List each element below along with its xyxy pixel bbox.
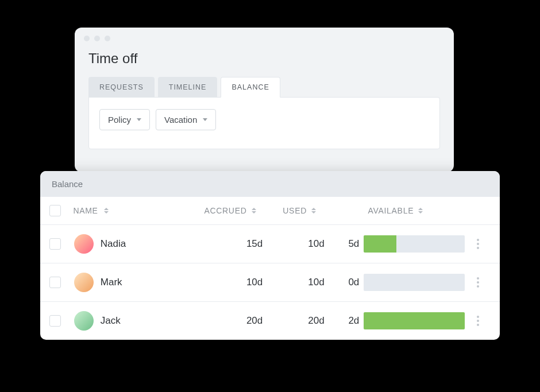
row-checkbox[interactable] <box>49 315 61 327</box>
row-used: 10d <box>308 238 324 250</box>
row-actions-menu[interactable] <box>473 312 483 329</box>
row-actions-menu[interactable] <box>473 274 483 291</box>
policy-dropdown-label: Policy <box>108 115 131 125</box>
row-accrued: 20d <box>246 315 263 327</box>
policy-value-dropdown[interactable]: Vacation <box>156 109 216 130</box>
tab-requests[interactable]: REQUESTS <box>88 77 155 98</box>
row-used: 20d <box>308 315 324 327</box>
caret-down-icon <box>203 118 207 121</box>
row-actions-menu[interactable] <box>473 235 483 253</box>
row-accrued: 15d <box>246 238 263 250</box>
tab-balance[interactable]: BALANCE <box>221 77 280 98</box>
table-row: Nadia 15d 10d 5d <box>40 225 500 263</box>
sort-icon[interactable] <box>418 208 423 214</box>
sort-icon[interactable] <box>252 208 256 214</box>
row-checkbox[interactable] <box>49 277 61 288</box>
window-dot <box>105 36 110 41</box>
available-bar <box>364 274 465 291</box>
row-available: 2d <box>348 315 359 327</box>
row-name: Jack <box>101 315 121 327</box>
row-available: 0d <box>348 277 359 288</box>
column-accrued-label: ACCRUED <box>204 206 246 215</box>
balance-card: Balance NAME ACCRUED USED AVAILABLE Nadi… <box>40 171 500 340</box>
available-bar <box>364 312 465 329</box>
sort-icon[interactable] <box>311 208 316 214</box>
tab-timeline[interactable]: TIMELINE <box>158 77 218 98</box>
window-dot <box>84 36 90 41</box>
app-window: Time off REQUESTS TIMELINE BALANCE Polic… <box>75 28 454 172</box>
caret-down-icon <box>137 118 141 121</box>
available-bar-fill <box>364 312 465 329</box>
tab-bar: REQUESTS TIMELINE BALANCE <box>75 77 454 98</box>
sort-icon[interactable] <box>104 208 109 214</box>
policy-value-label: Vacation <box>164 115 197 125</box>
row-checkbox[interactable] <box>49 238 61 250</box>
filter-panel: Policy Vacation <box>88 97 440 149</box>
select-all-checkbox[interactable] <box>49 205 61 216</box>
column-name-label: NAME <box>73 206 98 215</box>
page-title: Time off <box>75 47 454 77</box>
table-row: Mark 10d 10d 0d <box>40 263 500 302</box>
row-used: 10d <box>308 277 324 288</box>
window-dot <box>94 36 100 41</box>
available-bar <box>364 235 465 253</box>
card-title: Balance <box>40 171 500 197</box>
column-available-label: AVAILABLE <box>368 206 414 215</box>
row-accrued: 10d <box>246 277 263 288</box>
table-header-row: NAME ACCRUED USED AVAILABLE <box>40 197 500 225</box>
table-row: Jack 20d 20d 2d <box>40 302 500 340</box>
policy-dropdown[interactable]: Policy <box>99 109 150 130</box>
row-available: 5d <box>348 238 359 250</box>
window-controls <box>75 28 454 47</box>
row-name: Nadia <box>101 238 126 250</box>
available-bar-fill <box>364 235 396 253</box>
avatar <box>74 273 94 292</box>
avatar <box>74 234 94 254</box>
row-name: Mark <box>101 277 122 288</box>
column-used-label: USED <box>283 206 307 215</box>
avatar <box>74 311 94 331</box>
